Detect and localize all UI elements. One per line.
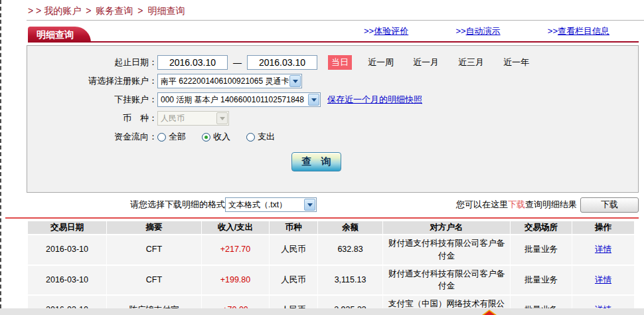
cell-currency: 人民币 [270, 266, 317, 295]
flow-radio-option[interactable]: 全部 [157, 131, 186, 143]
tab-detail-query[interactable]: 明细查询 [28, 27, 91, 43]
top-link-label[interactable]: 体验评价 [374, 26, 408, 36]
table-header-cell: 收入/支出 [202, 221, 269, 234]
top-link[interactable]: >>自动演示 [455, 25, 500, 37]
download-hint: 您可以在这里下载查询明细结果 下载 [456, 197, 639, 213]
table-header-cell: 操作 [572, 221, 634, 234]
table-header-cell: 摘要 [107, 221, 201, 234]
left-dotted-border [0, 0, 1, 315]
breadcrumb-prefix: > > [28, 5, 41, 16]
chevron-down-icon [289, 75, 301, 87]
quick-range-option[interactable]: 近一月 [413, 56, 439, 68]
quick-range-option[interactable]: 近一周 [368, 56, 394, 68]
date-dash: — [233, 58, 242, 68]
top-link[interactable]: >>体验评价 [364, 25, 408, 37]
register-account-label: 请选择注册账户： [27, 75, 157, 87]
scroll-up-arrow-icon [484, 311, 495, 315]
cell-counterparty: 财付通支付科技有限公司客户备付金 [383, 266, 510, 295]
currency-select: 人民币 [157, 111, 229, 126]
currency-label: 币 种： [27, 112, 157, 124]
breadcrumb-separator: > [86, 5, 91, 16]
sub-account-label: 下挂账户： [27, 94, 157, 106]
breadcrumb-items: >我的账户>账务查询>明细查询 [44, 5, 185, 16]
sub-account-value: 000 活期 基本户 1406600101102571848 [161, 94, 319, 106]
link-arrows: >> [548, 26, 558, 36]
download-format-value: 文本格式（.txt） [228, 199, 301, 211]
register-account-select[interactable]: 南平 6222001406100921065 灵通卡 [157, 74, 302, 88]
quick-range-option[interactable]: 当日 [328, 55, 352, 70]
cell-summary: CFT [107, 235, 201, 264]
cell-balance: 3,115.13 [318, 266, 382, 295]
download-format-select[interactable]: 文本格式（.txt） [225, 197, 317, 212]
detail-link[interactable]: 详情 [595, 245, 611, 254]
snapshot-link[interactable]: 保存近一个月的明细快照 [327, 94, 422, 106]
chevron-down-icon [308, 94, 319, 106]
top-link-label[interactable]: 查看栏目信息 [558, 26, 609, 36]
quick-range-option[interactable]: 近一年 [503, 56, 529, 68]
date-from-input[interactable] [157, 55, 228, 70]
date-range-label: 起止日期： [27, 56, 157, 68]
breadcrumb-item[interactable]: >明细查询 [133, 5, 185, 16]
flow-options: 全部收入支出 [157, 131, 291, 143]
radio-icon [202, 133, 210, 142]
date-to-input[interactable] [247, 55, 317, 70]
breadcrumb-item-label[interactable]: 明细查询 [148, 5, 185, 16]
top-links: >>体验评价>>自动演示>>查看栏目信息 [364, 25, 609, 37]
download-row: 请您选择下载明细的格式 文本格式（.txt） 您可以在这里下载查询明细结果 下载 [27, 196, 639, 213]
query-form-panel: 起止日期： — 当日近一周近一月近三月近一年 请选择注册账户： 南平 62220… [27, 45, 639, 193]
table-header-cell: 对方户名 [383, 221, 510, 234]
sub-account-row: 下挂账户： 000 活期 基本户 1406600101102571848 保存近… [27, 90, 638, 109]
cell-action: 详情 [572, 235, 634, 264]
table-header-cell: 交易场所 [511, 221, 572, 234]
chevron-down-icon [304, 199, 315, 211]
bottom-scrollbar-track[interactable] [0, 308, 644, 315]
breadcrumb: > > >我的账户>账务查询>明细查询 [28, 5, 185, 17]
table-body: 2016-03-10 CFT +217.70 人民币 632.83 财付通支付科… [28, 235, 634, 315]
cell-balance: 632.83 [318, 235, 382, 264]
breadcrumb-item[interactable]: >我的账户 [44, 5, 81, 16]
table-header-row: 交易日期摘要收入/支出币种余额对方户名交易场所操作 [28, 221, 634, 234]
quick-range-list: 当日近一周近一月近三月近一年 [328, 55, 548, 70]
flow-option-label: 支出 [258, 131, 275, 143]
cell-date: 2016-03-10 [28, 266, 106, 295]
chevron-down-icon [216, 112, 228, 124]
top-link[interactable]: >>查看栏目信息 [548, 25, 609, 37]
flow-option-label: 收入 [213, 131, 230, 143]
download-hint-after: 查询明细结果 [525, 199, 577, 211]
cell-counterparty: 财付通支付科技有限公司客户备付金 [383, 235, 510, 264]
breadcrumb-item[interactable]: >账务查询 [81, 5, 133, 16]
breadcrumb-item-label[interactable]: 账务查询 [96, 5, 133, 16]
currency-value: 人民币 [161, 113, 199, 124]
table-row: 2016-03-10 CFT +199.80 人民币 3,115.13 财付通支… [28, 266, 634, 295]
currency-row: 币 种： 人民币 [27, 109, 638, 128]
cell-currency: 人民币 [270, 235, 317, 264]
cell-venue: 批量业务 [511, 266, 572, 295]
download-button[interactable]: 下载 [580, 197, 639, 213]
link-arrows: >> [455, 26, 465, 36]
link-arrows: >> [364, 26, 374, 36]
radio-icon [246, 133, 255, 142]
cell-amount: +217.70 [202, 235, 269, 264]
flow-row: 资金流向： 全部收入支出 [27, 128, 638, 146]
breadcrumb-separator: > [137, 5, 143, 16]
flow-radio-option[interactable]: 支出 [246, 131, 275, 143]
flow-radio-option[interactable]: 收入 [202, 131, 230, 143]
tab-underline [28, 41, 639, 43]
query-button[interactable]: 查 询 [291, 152, 341, 171]
quick-range-option[interactable]: 近三月 [458, 56, 484, 68]
register-account-row: 请选择注册账户： 南平 6222001406100921065 灵通卡 [27, 72, 638, 90]
flow-option-label: 全部 [169, 131, 186, 143]
register-account-value: 南平 6222001406100921065 灵通卡 [161, 76, 301, 87]
header-divider [27, 20, 644, 21]
cell-amount: +199.80 [202, 266, 269, 295]
detail-link[interactable]: 详情 [595, 275, 611, 284]
download-hint-emphasis: 下载 [508, 199, 525, 211]
sub-account-select[interactable]: 000 活期 基本户 1406600101102571848 [157, 92, 321, 107]
download-hint-before: 您可以在这里 [456, 199, 508, 211]
date-range-row: 起止日期： — 当日近一周近一月近三月近一年 [27, 53, 638, 72]
cell-summary: CFT [107, 266, 201, 295]
breadcrumb-item-label[interactable]: 我的账户 [44, 5, 81, 16]
table-header-cell: 币种 [270, 221, 317, 234]
section-divider-red [5, 217, 639, 219]
top-link-label[interactable]: 自动演示 [466, 26, 501, 36]
